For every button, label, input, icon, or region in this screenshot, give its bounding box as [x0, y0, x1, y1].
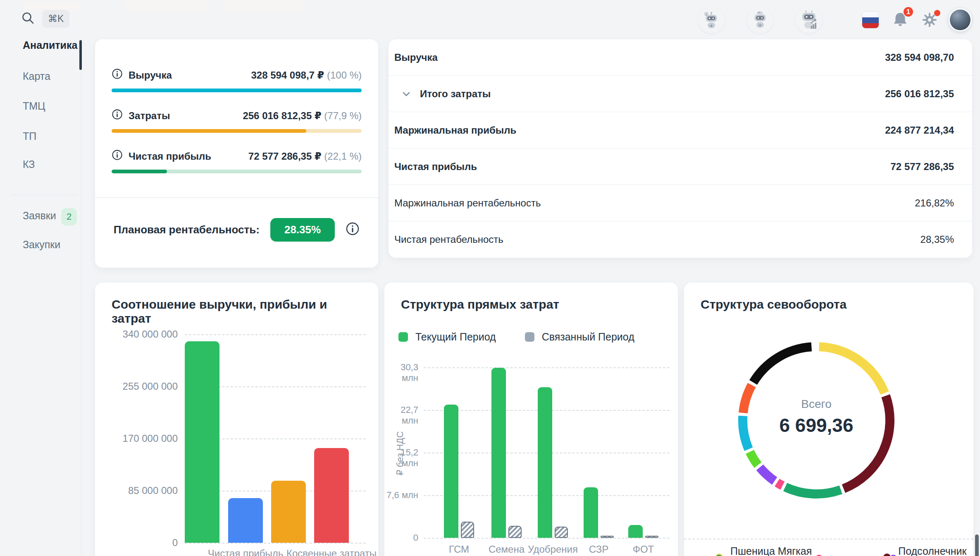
kpi-row-1: Выручка328 594 098,7 ₽ (100 %) [112, 68, 362, 92]
kpi-label-group: Выручка [112, 68, 172, 82]
kpi-progress-fill [112, 170, 167, 173]
kpi-label: Выручка [129, 70, 172, 81]
kpi-value: 72 577 286,35 ₽ [248, 151, 324, 162]
kpi-value-group: 72 577 286,35 ₽ (22,1 %) [248, 151, 362, 162]
kpi-label-group: Затраты [112, 109, 170, 122]
legend-item-sunflower[interactable]: Подсолнечник 25% [883, 545, 973, 556]
topbar-actions: ! 1 [698, 7, 972, 33]
table-row-value: 256 016 812,35 [885, 88, 954, 100]
y-axis-tick-label: 340 000 000 [95, 328, 178, 340]
linked-period-bar-ФОТ[interactable] [645, 536, 658, 538]
donut-center-text: Всего 6 699,36 [734, 398, 899, 436]
search-icon[interactable] [21, 11, 36, 27]
donut-segment-Пшеница Мягкая Озимая[interactable] [819, 347, 885, 393]
info-icon[interactable] [112, 149, 123, 163]
settings-alert-dot [934, 10, 940, 16]
planned-profitability-label: Плановая рентабельность: [114, 223, 260, 236]
sidebar-item-5[interactable]: КЗ [23, 158, 35, 170]
current-period-bar-ФОТ[interactable] [628, 525, 643, 538]
kpi-value: 328 594 098,7 ₽ [251, 70, 327, 81]
gridline [424, 538, 670, 539]
kpi-summary-card: Выручка328 594 098,7 ₽ (100 %)Затраты256… [95, 39, 378, 268]
table-row[interactable]: Итого затраты256 016 812,35 [389, 76, 972, 112]
sidebar-item-2[interactable]: Карта [23, 70, 50, 82]
robot-plant-assistant-button[interactable] [747, 7, 773, 33]
kpi-percent: (100 %) [327, 70, 362, 81]
donut-segment-3[interactable] [785, 487, 841, 494]
user-avatar[interactable] [949, 8, 972, 31]
language-flag-button[interactable] [862, 11, 879, 29]
sidebar-item-secondary-1[interactable]: Заявки [23, 210, 56, 222]
y-axis-tick-label: 30,3 млн [384, 362, 418, 383]
donut-segment-9[interactable] [753, 347, 811, 382]
linked-period-bar-Удобрения[interactable] [555, 527, 568, 538]
gridline [424, 367, 670, 368]
table-row[interactable]: Выручка328 594 098,70 [389, 39, 972, 76]
bar-4[interactable] [314, 448, 349, 543]
y-axis-tick-label: 85 000 000 [95, 485, 178, 496]
kpi-row-3: Чистая прибыль72 577 286,35 ₽ (22,1 %) [112, 149, 362, 173]
bar-chart: 340 000 000255 000 000170 000 00085 000 … [95, 283, 378, 556]
planned-profitability-value-pill[interactable]: 28.35% [270, 218, 335, 242]
sidebar-item-secondary-2[interactable]: Закупки [23, 239, 60, 251]
x-axis-tick-label: ФОТ [598, 544, 689, 555]
kpi-label: Чистая прибыль [129, 151, 211, 162]
chevron-down-icon[interactable] [401, 89, 412, 99]
direct-costs-chart-card: Структура прямых затрат Текущий Период С… [384, 283, 678, 556]
current-period-bar-ГСМ[interactable] [444, 405, 458, 538]
y-axis-tick-label: 170 000 000 [95, 433, 178, 444]
kpi-percent: (22,1 %) [324, 151, 362, 162]
kpi-progress-track [112, 129, 362, 133]
gridline [185, 543, 366, 544]
table-label-text: Чистая прибыль [394, 161, 477, 173]
donut-segment-5[interactable] [760, 467, 775, 481]
linked-period-bar-СЗР[interactable] [601, 536, 614, 538]
global-search[interactable]: ⌘K [21, 10, 69, 28]
table-row[interactable]: Маржинальная прибыль224 877 214,34 [389, 112, 972, 149]
kpi-value-group: 256 016 812,35 ₽ (77,9 %) [243, 110, 362, 122]
table-row-value: 28,35% [920, 234, 954, 245]
table-row[interactable]: Чистая рентабельность28,35% [389, 221, 972, 258]
kpi-value: 256 016 812,35 ₽ [243, 110, 324, 121]
table-row-label: Маржинальная рентабельность [394, 197, 541, 209]
robot-alert-assistant-button[interactable]: ! [698, 7, 725, 33]
kpi-percent: (77,9 %) [324, 110, 362, 121]
bar-2[interactable] [228, 498, 263, 543]
notifications-button[interactable]: 1 [892, 11, 909, 29]
bar-1[interactable] [185, 341, 219, 543]
y-axis-tick-label: 0 [95, 537, 178, 549]
table-row[interactable]: Маржинальная рентабельность216,82% [389, 185, 972, 221]
donut-segment-6[interactable] [750, 452, 758, 465]
table-label-text: Выручка [394, 52, 438, 63]
current-period-bar-Удобрения[interactable] [538, 387, 552, 538]
donut-center-value: 6 699,36 [734, 414, 899, 436]
table-label-text: Итого затраты [420, 88, 491, 100]
sidebar-item-1[interactable]: Аналитика [23, 39, 77, 51]
table-row-value: 328 594 098,70 [885, 52, 954, 63]
dashboard-page: ⌘K ! 1 АналитикаКартаТМЦТПКЗ [0, 0, 980, 556]
table-row[interactable]: Чистая прибыль72 577 286,35 [389, 149, 972, 185]
current-period-bar-СЗР[interactable] [584, 487, 598, 538]
donut-segment-4[interactable] [777, 483, 782, 486]
table-row-label: Чистая рентабельность [394, 234, 503, 245]
info-icon[interactable] [112, 68, 123, 82]
bar-3[interactable] [271, 481, 306, 543]
settings-button[interactable] [921, 12, 938, 28]
y-axis-tick-label: 0 [384, 532, 418, 543]
sidebar-item-4[interactable]: ТП [23, 130, 36, 142]
table-label-text: Маржинальная прибыль [394, 125, 516, 136]
kpi-progress-fill [112, 129, 306, 133]
linked-period-bar-Семена[interactable] [508, 526, 522, 538]
table-label-text: Чистая рентабельность [394, 234, 503, 245]
vertical-scrollbar-thumb[interactable] [975, 534, 979, 556]
info-icon[interactable] [112, 109, 123, 122]
sidebar-item-3[interactable]: ТМЦ [23, 100, 45, 112]
info-icon[interactable] [346, 222, 360, 237]
y-axis-tick-label: 15,2 млн [384, 447, 418, 469]
current-period-bar-Семена[interactable] [491, 368, 506, 538]
kpi-label: Затраты [129, 110, 170, 122]
table-label-text: Маржинальная рентабельность [394, 197, 541, 209]
linked-period-bar-ГСМ[interactable] [461, 522, 474, 538]
robot-growth-assistant-button[interactable] [796, 7, 822, 33]
legend-item-wheat[interactable]: Пшеница Мягкая Озимая 19% [715, 545, 850, 556]
